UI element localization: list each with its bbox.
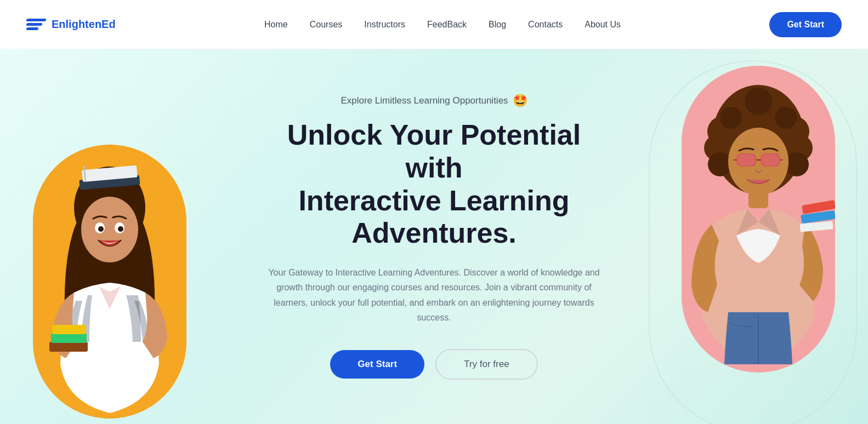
svg-point-9	[118, 226, 123, 232]
nav-get-start-button[interactable]: Get Start	[769, 12, 842, 37]
svg-rect-30	[738, 154, 754, 165]
hero-tagline: Explore Limitless Learning Opportunities…	[259, 94, 610, 108]
svg-point-23	[775, 107, 797, 129]
logo[interactable]: EnlightenEd	[26, 18, 116, 31]
person-right-svg	[682, 66, 835, 373]
svg-rect-32	[748, 192, 768, 208]
nav-links: Home Courses Instructors FeedBack Blog C…	[264, 20, 621, 30]
hero-description: Your Gateway to Interactive Learning Adv…	[259, 265, 610, 325]
hero-image-left	[33, 145, 186, 419]
nav-feedback[interactable]: FeedBack	[427, 20, 467, 29]
svg-point-2	[81, 197, 138, 262]
svg-point-21	[720, 107, 742, 129]
hero-get-start-button[interactable]: Get Start	[330, 350, 424, 379]
svg-rect-11	[51, 333, 87, 343]
nav-instructors[interactable]: Instructors	[364, 20, 405, 29]
logo-icon	[26, 19, 46, 30]
nav-home[interactable]: Home	[264, 20, 288, 29]
nav-courses[interactable]: Courses	[310, 20, 343, 29]
navbar: EnlightenEd Home Courses Instructors Fee…	[0, 0, 868, 49]
hero-section: Explore Limitless Learning Opportunities…	[0, 49, 868, 424]
svg-point-8	[98, 226, 104, 232]
hero-emoji: 🤩	[513, 94, 527, 108]
svg-rect-10	[49, 342, 88, 352]
brand-name: EnlightenEd	[52, 18, 116, 31]
nav-about[interactable]: About Us	[585, 20, 621, 29]
svg-rect-12	[52, 325, 86, 334]
hero-try-free-button[interactable]: Try for free	[435, 349, 538, 380]
svg-point-22	[745, 88, 772, 115]
nav-blog[interactable]: Blog	[489, 20, 506, 29]
hero-buttons: Get Start Try for free	[259, 349, 610, 380]
nav-contacts[interactable]: Contacts	[528, 20, 563, 29]
hero-center: Explore Limitless Learning Opportunities…	[248, 94, 621, 380]
hero-title: Unlock Your Potential with Interactive L…	[259, 119, 610, 250]
person-left-svg	[33, 145, 186, 419]
hero-image-right	[682, 66, 835, 373]
svg-rect-31	[762, 154, 779, 165]
